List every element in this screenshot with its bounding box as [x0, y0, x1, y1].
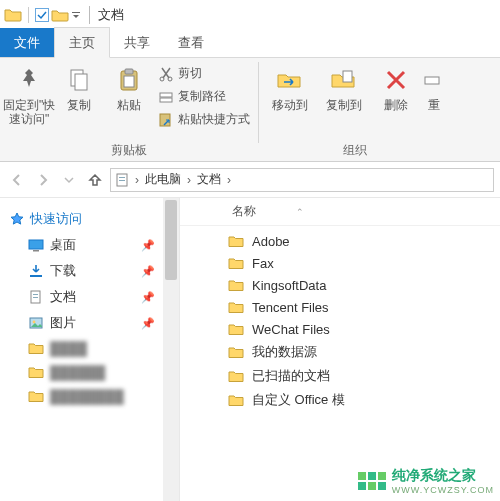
- chevron-right-icon[interactable]: ›: [223, 173, 235, 187]
- tab-view[interactable]: 查看: [164, 28, 218, 57]
- logo-icon: [358, 472, 386, 490]
- delete-icon: [380, 64, 412, 96]
- navigation-pane: 快速访问 桌面 📌 下载 📌 文档 📌 图片 📌: [0, 198, 180, 501]
- pin-icon: 📌: [141, 239, 155, 252]
- sidebar-item[interactable]: ██████: [10, 360, 175, 384]
- back-button[interactable]: [6, 169, 28, 191]
- folder-icon: [228, 233, 244, 249]
- scrollbar-thumb[interactable]: [165, 200, 177, 280]
- copy-path-icon: [158, 89, 174, 105]
- folder-icon: [228, 368, 244, 384]
- list-item[interactable]: 已扫描的文档: [180, 364, 500, 388]
- folder-icon: [228, 255, 244, 271]
- svg-rect-6: [124, 76, 134, 87]
- svg-rect-15: [119, 177, 125, 178]
- folder-icon[interactable]: [51, 6, 69, 24]
- copy-button[interactable]: 复制: [56, 62, 102, 114]
- pictures-icon: [28, 315, 44, 331]
- breadcrumb-documents[interactable]: 文档: [195, 171, 223, 188]
- window-title: 文档: [98, 6, 124, 24]
- svg-rect-10: [160, 98, 172, 102]
- paste-shortcut-icon: [158, 112, 174, 128]
- scrollbar[interactable]: [163, 198, 179, 501]
- folder-icon: [28, 340, 44, 356]
- folder-icon: [4, 6, 22, 24]
- folder-icon: [228, 392, 244, 408]
- folder-icon: [28, 388, 44, 404]
- documents-icon: [28, 289, 44, 305]
- cut-button[interactable]: 剪切: [156, 64, 252, 83]
- paste-shortcut-button[interactable]: 粘贴快捷方式: [156, 110, 252, 129]
- list-item[interactable]: 我的数据源: [180, 340, 500, 364]
- ribbon-group-label: 剪贴板: [6, 140, 252, 159]
- chevron-right-icon[interactable]: ›: [183, 173, 195, 187]
- checkbox-qat[interactable]: [35, 8, 49, 22]
- address-bar[interactable]: › 此电脑 › 文档 ›: [110, 168, 494, 192]
- chevron-right-icon[interactable]: ›: [131, 173, 143, 187]
- watermark: 纯净系统之家 WWW.YCWZSY.COM: [358, 467, 494, 495]
- list-item[interactable]: Adobe: [180, 230, 500, 252]
- downloads-icon: [28, 263, 44, 279]
- paste-icon: [113, 64, 145, 96]
- delete-button[interactable]: 删除: [373, 62, 419, 114]
- separator: [89, 6, 90, 24]
- svg-rect-3: [75, 74, 87, 90]
- list-item[interactable]: 自定义 Office 模: [180, 388, 500, 412]
- list-item[interactable]: Fax: [180, 252, 500, 274]
- tab-file[interactable]: 文件: [0, 28, 54, 57]
- svg-rect-0: [36, 9, 49, 22]
- copy-to-icon: [328, 64, 360, 96]
- rename-button[interactable]: 重: [423, 62, 445, 114]
- svg-rect-22: [33, 297, 38, 298]
- svg-rect-16: [119, 180, 125, 181]
- desktop-icon: [28, 237, 44, 253]
- sidebar-item-desktop[interactable]: 桌面 📌: [10, 232, 175, 258]
- ribbon-group-organize: 移动到 复制到 删除 重 组织: [259, 58, 451, 161]
- svg-rect-21: [33, 294, 38, 295]
- svg-rect-13: [425, 77, 439, 84]
- copy-to-button[interactable]: 复制到: [319, 62, 369, 114]
- move-to-button[interactable]: 移动到: [265, 62, 315, 114]
- breadcrumb-this-pc[interactable]: 此电脑: [143, 171, 183, 188]
- pin-icon: 📌: [141, 317, 155, 330]
- svg-rect-19: [30, 275, 42, 277]
- pin-icon: 📌: [141, 291, 155, 304]
- recent-dropdown[interactable]: [58, 169, 80, 191]
- folder-icon: [228, 321, 244, 337]
- chevron-up-icon: ⌃: [296, 207, 304, 217]
- tab-share[interactable]: 共享: [110, 28, 164, 57]
- sidebar-item[interactable]: ████: [10, 336, 175, 360]
- main-area: 快速访问 桌面 📌 下载 📌 文档 📌 图片 📌: [0, 198, 500, 501]
- documents-location-icon: [115, 172, 131, 188]
- sidebar-item-pictures[interactable]: 图片 📌: [10, 310, 175, 336]
- quick-access-header[interactable]: 快速访问: [10, 206, 175, 232]
- svg-point-7: [160, 77, 164, 81]
- list-item[interactable]: WeChat Files: [180, 318, 500, 340]
- copy-path-button[interactable]: 复制路径: [156, 87, 252, 106]
- file-list: 名称 ⌃ Adobe Fax KingsoftData Tencent File…: [180, 198, 500, 501]
- pin-to-quick-access-button[interactable]: 固定到"快 速访问": [6, 62, 52, 129]
- sidebar-item[interactable]: ████████: [10, 384, 175, 408]
- paste-button[interactable]: 粘贴: [106, 62, 152, 114]
- folder-icon: [228, 277, 244, 293]
- tab-home[interactable]: 主页: [54, 27, 110, 58]
- column-header-name[interactable]: 名称 ⌃: [228, 203, 308, 220]
- separator: [28, 7, 29, 23]
- star-icon: [10, 212, 24, 226]
- ribbon-group-label: 组织: [265, 140, 445, 159]
- up-button[interactable]: [84, 169, 106, 191]
- svg-rect-5: [125, 69, 133, 74]
- list-item[interactable]: KingsoftData: [180, 274, 500, 296]
- ribbon-tabs: 文件 主页 共享 查看: [0, 30, 500, 58]
- list-item[interactable]: Tencent Files: [180, 296, 500, 318]
- folder-icon: [228, 344, 244, 360]
- qat-dropdown[interactable]: [71, 6, 81, 24]
- ribbon-group-clipboard: 固定到"快 速访问" 复制 粘贴 剪切: [0, 58, 258, 161]
- svg-rect-17: [29, 240, 43, 249]
- folder-icon: [28, 364, 44, 380]
- sidebar-item-downloads[interactable]: 下载 📌: [10, 258, 175, 284]
- sidebar-item-documents[interactable]: 文档 📌: [10, 284, 175, 310]
- svg-point-8: [168, 77, 172, 81]
- svg-rect-12: [343, 71, 352, 82]
- forward-button[interactable]: [32, 169, 54, 191]
